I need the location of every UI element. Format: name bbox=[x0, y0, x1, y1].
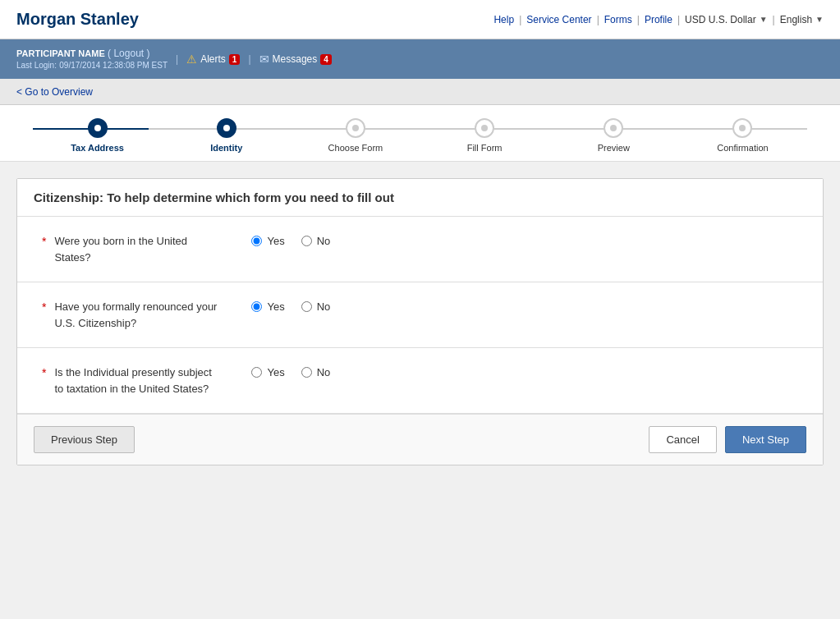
step-label-identity: Identity bbox=[210, 143, 242, 153]
form-card: Citizenship: To help determine which for… bbox=[16, 178, 824, 465]
steps-bar: Tax Address Identity Choose Form Fill Fo… bbox=[0, 105, 840, 162]
required-star-2: * bbox=[42, 300, 46, 314]
messages-label: Messages bbox=[273, 53, 318, 65]
step-dot-choose-form bbox=[352, 125, 359, 131]
step-label-preview: Preview bbox=[598, 143, 630, 153]
previous-step-button[interactable]: Previous Step bbox=[34, 426, 135, 453]
language-label: English bbox=[780, 14, 812, 25]
nav-links: Help | Service Center | Forms | Profile … bbox=[493, 14, 824, 25]
step-label-fill-form: Fill Form bbox=[467, 143, 503, 153]
currency-selector[interactable]: USD U.S. Dollar ▼ bbox=[685, 14, 768, 25]
required-star-3: * bbox=[42, 366, 46, 379]
nav-sep-5: | bbox=[773, 14, 775, 25]
radio-input-no-2[interactable] bbox=[301, 301, 312, 312]
messages-icon: ✉ bbox=[259, 53, 269, 66]
form-header: Citizenship: To help determine which for… bbox=[17, 179, 823, 217]
radio-group-2: Yes No bbox=[251, 300, 330, 313]
radio-label-no-1: No bbox=[317, 235, 331, 247]
radio-group-1: Yes No bbox=[251, 235, 330, 247]
step-circle-identity bbox=[217, 118, 236, 138]
step-label-tax-address: Tax Address bbox=[71, 143, 124, 153]
participant-name-row: PARTICIPANT NAME ( Logout ) bbox=[16, 48, 168, 59]
profile-link[interactable]: Profile bbox=[645, 14, 672, 25]
step-dot-tax-address bbox=[94, 125, 101, 131]
user-bar-sep-1: | bbox=[176, 53, 178, 65]
logo: Morgan Stanley bbox=[16, 10, 139, 29]
step-circle-fill-form bbox=[475, 118, 494, 138]
alerts-badge: 1 bbox=[229, 54, 241, 65]
radio-group-3: Yes No bbox=[251, 366, 330, 378]
cancel-button[interactable]: Cancel bbox=[649, 426, 716, 453]
step-label-choose-form: Choose Form bbox=[328, 143, 383, 153]
step-label-confirmation: Confirmation bbox=[717, 143, 768, 153]
nav-sep-4: | bbox=[677, 14, 680, 25]
currency-label: USD U.S. Dollar bbox=[685, 14, 756, 25]
radio-no-3[interactable]: No bbox=[301, 366, 331, 378]
user-bar-sep-2: | bbox=[248, 53, 250, 65]
breadcrumb-bar: < Go to Overview bbox=[0, 79, 840, 105]
messages-section[interactable]: ✉ Messages 4 bbox=[259, 53, 332, 66]
step-confirmation: Confirmation bbox=[678, 118, 807, 153]
btn-group-right: Cancel Next Step bbox=[649, 426, 806, 453]
radio-label-yes-2: Yes bbox=[267, 300, 284, 313]
step-dot-confirmation bbox=[739, 125, 746, 131]
help-link[interactable]: Help bbox=[493, 14, 514, 25]
question-section-3: * Is the Individual presently subject to… bbox=[17, 348, 823, 414]
last-login-row: Last Login: 09/17/2014 12:38:08 PM EST bbox=[16, 59, 168, 71]
step-fill-form: Fill Form bbox=[420, 118, 549, 153]
participant-name: PARTICIPANT NAME bbox=[16, 48, 105, 58]
radio-input-yes-3[interactable] bbox=[251, 367, 262, 378]
step-tax-address: Tax Address bbox=[33, 118, 162, 153]
step-identity: Identity bbox=[162, 118, 291, 153]
step-choose-form: Choose Form bbox=[291, 118, 420, 153]
logout-link[interactable]: ( Logout ) bbox=[108, 48, 149, 59]
required-star-1: * bbox=[42, 235, 46, 248]
step-preview: Preview bbox=[549, 118, 678, 153]
next-step-button[interactable]: Next Step bbox=[725, 426, 806, 453]
main-content: Citizenship: To help determine which for… bbox=[0, 162, 840, 482]
alerts-section[interactable]: ⚠ Alerts 1 bbox=[186, 53, 240, 66]
steps-container: Tax Address Identity Choose Form Fill Fo… bbox=[33, 118, 807, 153]
radio-label-no-3: No bbox=[317, 366, 331, 378]
alert-icon: ⚠ bbox=[186, 53, 197, 66]
nav-sep-3: | bbox=[637, 14, 640, 25]
language-dropdown-arrow: ▼ bbox=[815, 15, 824, 24]
radio-label-no-2: No bbox=[317, 300, 331, 313]
step-dot-fill-form bbox=[481, 125, 488, 131]
last-login-time: 09/17/2014 12:38:08 PM EST bbox=[59, 61, 168, 70]
radio-input-yes-2[interactable] bbox=[251, 301, 262, 312]
question-label-2: Have you formally renounced your U.S. Ci… bbox=[54, 299, 218, 331]
radio-yes-2[interactable]: Yes bbox=[251, 300, 284, 313]
nav-sep-1: | bbox=[519, 14, 521, 25]
alerts-label: Alerts bbox=[200, 53, 226, 65]
service-center-link[interactable]: Service Center bbox=[526, 14, 591, 25]
question-section-1: * Were you born in the United States? Ye… bbox=[17, 217, 823, 282]
radio-input-no-3[interactable] bbox=[301, 367, 312, 378]
forms-link[interactable]: Forms bbox=[604, 14, 632, 25]
breadcrumb-link[interactable]: < Go to Overview bbox=[16, 86, 93, 98]
form-title: Citizenship: To help determine which for… bbox=[34, 190, 394, 204]
step-circle-preview bbox=[604, 118, 623, 138]
last-login-label: Last Login: bbox=[16, 61, 57, 70]
step-circle-tax-address bbox=[88, 118, 108, 138]
currency-dropdown-arrow: ▼ bbox=[760, 15, 768, 24]
step-circle-confirmation bbox=[732, 118, 752, 138]
language-selector[interactable]: English ▼ bbox=[780, 14, 824, 25]
radio-yes-3[interactable]: Yes bbox=[251, 366, 284, 378]
radio-no-1[interactable]: No bbox=[301, 235, 331, 247]
radio-label-yes-3: Yes bbox=[267, 366, 284, 378]
radio-input-no-1[interactable] bbox=[301, 236, 312, 246]
form-footer: Previous Step Cancel Next Step bbox=[17, 414, 823, 465]
step-circle-choose-form bbox=[346, 118, 365, 138]
nav-sep-2: | bbox=[597, 14, 599, 25]
top-nav: Morgan Stanley Help | Service Center | F… bbox=[0, 0, 840, 39]
step-dot-identity bbox=[223, 125, 230, 131]
radio-yes-1[interactable]: Yes bbox=[251, 235, 284, 247]
step-dot-preview bbox=[610, 125, 617, 131]
question-label-3: Is the Individual presently subject to t… bbox=[54, 365, 218, 397]
radio-input-yes-1[interactable] bbox=[251, 236, 262, 246]
radio-no-2[interactable]: No bbox=[301, 300, 331, 313]
messages-badge: 4 bbox=[320, 54, 332, 65]
user-info: PARTICIPANT NAME ( Logout ) Last Login: … bbox=[16, 48, 168, 71]
radio-label-yes-1: Yes bbox=[267, 235, 284, 247]
